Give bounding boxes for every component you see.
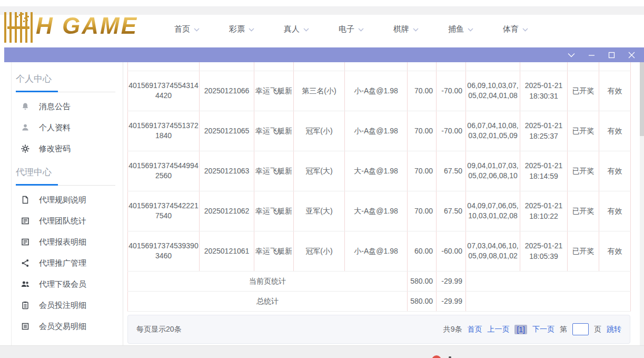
- cell-order-id: 401569173745513721840: [128, 111, 200, 151]
- next-page-link[interactable]: 下一页: [532, 325, 554, 334]
- sidebar-section-title-personal: 个人中心: [16, 73, 123, 85]
- sidebar-item-icon: [21, 123, 29, 132]
- nav-item[interactable]: 电子: [324, 20, 379, 38]
- logo[interactable]: H GAME: [3, 7, 138, 44]
- cell-content: 小-A盘@1.98: [345, 111, 408, 151]
- nav-item-label: 首页: [174, 24, 190, 34]
- sidebar-item[interactable]: 个人资料: [4, 117, 123, 138]
- first-page-link[interactable]: 首页: [467, 325, 482, 334]
- page-number-input[interactable]: [572, 323, 589, 335]
- cell-content: 小-A盘@1.98: [345, 71, 408, 111]
- cell-play: 冠军(小): [294, 231, 345, 271]
- summary-empty: [466, 291, 631, 311]
- cell-game: 幸运飞艇新: [254, 151, 294, 191]
- nav-item[interactable]: 捕鱼: [433, 20, 488, 38]
- cell-content: 大-A盘@1.98: [345, 151, 408, 191]
- nav-item[interactable]: 棋牌: [379, 20, 433, 38]
- sidebar-item-icon: [21, 196, 29, 204]
- cell-game: 幸运飞艇新: [254, 71, 294, 111]
- sidebar-item-label: 代理报表明细: [39, 237, 86, 247]
- cell-time: 2025-01-21 18:14:59: [520, 151, 568, 191]
- sidebar-item-icon: [21, 301, 29, 309]
- cell-draw-result: 04,09,07,06,05,10,03,01,02,08: [466, 191, 520, 231]
- cell-profit: -60.00: [437, 231, 466, 271]
- cell-profit: 67.50: [437, 191, 466, 231]
- maximize-icon[interactable]: [607, 51, 616, 59]
- cell-time: 2025-01-21 18:30:31: [520, 71, 568, 111]
- cell-content: 小-A盘@1.98: [345, 231, 408, 271]
- table-body: 401569173745543144420 20250121066 幸运飞艇新 …: [128, 71, 631, 271]
- sidebar-item-label: 代理规则说明: [39, 195, 86, 205]
- sidebar-item[interactable]: 会员交易明细: [4, 316, 123, 337]
- cell-issue: 20250121066: [200, 71, 254, 111]
- sidebar-item[interactable]: 代理下级会员: [4, 274, 123, 295]
- cell-game: 幸运飞艇新: [254, 191, 294, 231]
- sidebar-item-label: 代理团队统计: [39, 216, 86, 226]
- summary-label: 当前页统计: [128, 271, 408, 291]
- nav-item[interactable]: 真人: [269, 20, 324, 38]
- cell-status: 已开奖: [568, 111, 599, 151]
- sidebar-item-label: 修改密码: [39, 144, 71, 154]
- table-summary: 当前页统计 580.00 -29.99 总统计 580.00 -29.99: [128, 271, 631, 311]
- cell-amount: 60.00: [408, 231, 437, 271]
- sidebar-item[interactable]: 代理报表明细: [4, 231, 123, 253]
- cell-order-id: 401569173745543144420: [128, 71, 200, 111]
- sidebar-personal-items: 消息公告 个人资料 修改密码: [4, 96, 123, 159]
- sidebar-item-icon: [21, 238, 29, 246]
- chevron-down-icon[interactable]: [567, 51, 576, 59]
- sidebar-item[interactable]: 代理推广管理: [4, 253, 123, 274]
- minimize-icon[interactable]: [587, 51, 596, 59]
- sidebar-item[interactable]: 消息公告: [4, 96, 123, 117]
- cell-time: 2025-01-21 18:10:22: [520, 191, 568, 231]
- jump-link[interactable]: 跳转: [607, 325, 621, 334]
- cell-amount: 70.00: [408, 151, 437, 191]
- sidebar-item[interactable]: 代理规则说明: [4, 189, 123, 210]
- cell-status: 已开奖: [568, 71, 599, 111]
- section-divider: [16, 91, 115, 92]
- cell-draw-result: 06,07,04,10,08,03,02,01,05,09: [466, 111, 520, 151]
- close-icon[interactable]: [627, 51, 636, 59]
- cell-draw-result: 09,04,01,07,03,05,02,06,08,10: [466, 151, 520, 191]
- sidebar-item-icon: [21, 259, 29, 267]
- sidebar-item-label: 会员交易明细: [39, 322, 86, 332]
- jump-suffix-label: 页: [594, 325, 601, 334]
- nav-item-label: 捕鱼: [448, 24, 464, 34]
- nav-item[interactable]: 体育: [488, 20, 543, 38]
- chevron-down-icon: [249, 28, 254, 32]
- table-row: 401569173745422217540 20250121062 幸运飞艇新 …: [128, 191, 631, 231]
- app-window: H GAME 首页 彩票 真人: [0, 0, 644, 358]
- nav-item[interactable]: 首页: [160, 20, 214, 38]
- main-nav: 首页 彩票 真人 电子: [160, 20, 543, 38]
- sidebar-item-icon: [21, 144, 29, 153]
- vertical-scrollbar-thumb[interactable]: [640, 62, 644, 136]
- summary-row: 当前页统计 580.00 -29.99: [128, 271, 631, 291]
- summary-empty: [466, 271, 631, 291]
- nav-item-label: 真人: [284, 24, 300, 34]
- summary-amount: 580.00: [408, 271, 437, 291]
- sidebar-item[interactable]: 修改密码: [4, 138, 123, 159]
- vertical-scrollbar-track[interactable]: [640, 62, 644, 345]
- nav-item-label: 彩票: [229, 24, 245, 34]
- cell-play: 第三名(小): [294, 71, 345, 111]
- chevron-down-icon: [303, 28, 309, 32]
- total-count-text: 共9条: [443, 325, 462, 334]
- cell-issue: 20250121065: [200, 111, 254, 151]
- window-titlebar[interactable]: [4, 47, 644, 62]
- cell-status: 已开奖: [568, 191, 599, 231]
- current-page-badge[interactable]: [1]: [514, 325, 527, 334]
- sidebar-item[interactable]: 会员投注明细: [4, 295, 123, 316]
- cell-draw-result: 06,09,10,03,07,05,02,04,01,08: [466, 71, 520, 111]
- logo-dots: [19, 14, 21, 16]
- nav-item-label: 体育: [503, 24, 519, 34]
- sidebar-item-label: 消息公告: [39, 102, 71, 112]
- sidebar-item-label: 会员投注明细: [39, 301, 86, 311]
- chevron-down-icon: [194, 28, 200, 32]
- summary-row: 总统计 580.00 -29.99: [128, 291, 631, 311]
- cell-amount: 70.00: [408, 191, 437, 231]
- sidebar-item[interactable]: 代理团队统计: [4, 210, 123, 231]
- cell-valid: 有效: [599, 111, 631, 151]
- prev-page-link[interactable]: 上一页: [487, 325, 509, 334]
- cell-draw-result: 07,03,04,06,10,05,09,08,01,02: [466, 231, 520, 271]
- nav-item[interactable]: 彩票: [214, 20, 269, 38]
- cell-content: 大-A盘@1.98: [345, 191, 408, 231]
